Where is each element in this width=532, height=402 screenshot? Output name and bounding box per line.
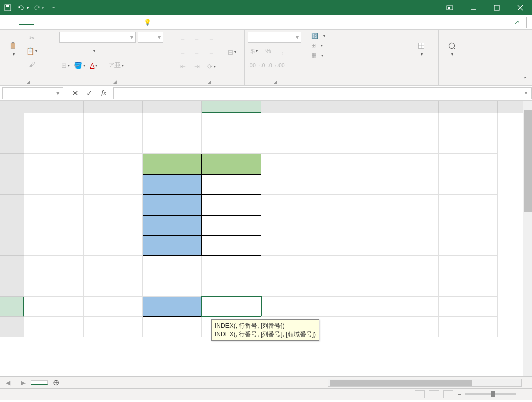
percent-button[interactable]: %	[262, 45, 274, 57]
cell[interactable]	[320, 256, 379, 276]
col-header-F[interactable]	[320, 101, 379, 113]
cell[interactable]	[84, 276, 143, 297]
bold-button[interactable]	[59, 45, 71, 57]
cell[interactable]	[320, 215, 379, 235]
qa-save-icon[interactable]	[0, 0, 15, 15]
maximize-icon[interactable]	[485, 0, 509, 15]
cell[interactable]	[84, 113, 143, 133]
cell[interactable]	[143, 113, 202, 133]
cell[interactable]	[84, 256, 143, 276]
cancel-formula-icon[interactable]: ✕	[68, 87, 82, 99]
vertical-scrollbar[interactable]	[523, 101, 532, 376]
cell[interactable]	[439, 256, 498, 276]
borders-button[interactable]: ⊞▾	[59, 59, 71, 71]
cell[interactable]	[24, 256, 84, 276]
tab-insert[interactable]	[34, 20, 48, 25]
cell[interactable]	[24, 113, 84, 133]
cell[interactable]	[261, 235, 320, 256]
cell[interactable]	[379, 113, 439, 133]
formula-input[interactable]: ▾	[113, 87, 532, 99]
row-header-2[interactable]	[0, 133, 24, 154]
cell[interactable]	[439, 154, 498, 174]
tell-me[interactable]: 💡	[144, 19, 155, 26]
cell[interactable]	[202, 256, 261, 276]
align-top-button[interactable]: ≡	[176, 32, 189, 44]
merge-button[interactable]: ⊟▾	[225, 46, 238, 58]
cell[interactable]	[439, 276, 498, 297]
table-format-button[interactable]: ⊞ ▾	[309, 41, 404, 50]
cell-C7[interactable]	[143, 235, 202, 256]
cell[interactable]	[261, 256, 320, 276]
cell[interactable]	[320, 133, 379, 154]
decrease-indent-button[interactable]: ⇤	[176, 60, 189, 72]
cell[interactable]	[202, 113, 261, 133]
qa-customize-icon[interactable]: ⁼	[46, 0, 61, 15]
cell[interactable]	[379, 256, 439, 276]
conditional-format-button[interactable]: 🔢 ▾	[309, 32, 404, 40]
increase-indent-button[interactable]: ⇥	[191, 60, 203, 72]
cell[interactable]	[320, 174, 379, 195]
horizontal-scrollbar[interactable]	[328, 379, 522, 387]
tab-help[interactable]	[119, 20, 134, 25]
cell[interactable]	[84, 297, 143, 317]
cell[interactable]	[320, 113, 379, 133]
scroll-thumb[interactable]	[524, 110, 532, 212]
cell[interactable]	[439, 317, 498, 337]
tab-formulas[interactable]	[62, 20, 77, 25]
sheet-nav-next-icon[interactable]: ▶	[15, 379, 31, 386]
cell[interactable]	[24, 235, 84, 256]
insert-function-icon[interactable]: fx	[97, 87, 110, 99]
cell[interactable]	[143, 317, 202, 337]
cell[interactable]	[261, 154, 320, 174]
cell[interactable]	[439, 113, 498, 133]
row-header-9[interactable]	[0, 276, 24, 297]
col-header-C[interactable]	[143, 101, 202, 113]
row-header-5[interactable]	[0, 195, 24, 215]
cell[interactable]	[202, 133, 261, 154]
cell-styles-button[interactable]: ▦ ▾	[309, 51, 404, 60]
cell-C6[interactable]	[143, 215, 202, 235]
font-color-button[interactable]: A▾	[88, 59, 100, 71]
tab-page-layout[interactable]	[48, 20, 62, 25]
cell-C10[interactable]	[143, 297, 202, 317]
increase-font-button[interactable]	[108, 45, 120, 57]
row-header-7[interactable]	[0, 235, 24, 256]
qa-undo-icon[interactable]: ▾	[15, 0, 31, 15]
align-left-button[interactable]: ≡	[176, 46, 189, 58]
qa-redo-icon[interactable]: ▾	[31, 0, 46, 15]
zoom-out-icon[interactable]: −	[458, 391, 461, 398]
cell[interactable]	[379, 317, 439, 337]
accounting-format-button[interactable]: $▾	[248, 45, 260, 57]
font-name-combo[interactable]: ▾	[59, 32, 136, 43]
cell[interactable]	[439, 133, 498, 154]
tab-view[interactable]	[105, 20, 119, 25]
share-button[interactable]: ↗	[509, 17, 527, 28]
cell[interactable]	[379, 174, 439, 195]
row-header-11[interactable]	[0, 317, 24, 337]
underline-button[interactable]: ▾	[88, 45, 100, 57]
cell[interactable]	[261, 297, 320, 317]
view-page-icon[interactable]	[429, 390, 439, 398]
increase-decimal-button[interactable]: .00→.0	[248, 59, 265, 71]
minimize-icon[interactable]	[462, 0, 485, 15]
cell[interactable]	[320, 154, 379, 174]
cell[interactable]	[261, 215, 320, 235]
sheet-tab-1[interactable]	[31, 380, 48, 385]
decrease-decimal-button[interactable]: .0→.00	[267, 59, 285, 71]
cell[interactable]	[320, 317, 379, 337]
align-middle-button[interactable]: ≡	[191, 32, 203, 44]
view-normal-icon[interactable]	[415, 390, 425, 398]
cell[interactable]	[24, 276, 84, 297]
cell-D5[interactable]	[202, 195, 261, 215]
row-header-10[interactable]	[0, 297, 24, 317]
cell[interactable]	[143, 133, 202, 154]
enter-formula-icon[interactable]: ✓	[83, 87, 96, 99]
cell[interactable]	[24, 154, 84, 174]
name-box[interactable]: ▾	[2, 87, 63, 99]
col-header-E[interactable]	[261, 101, 320, 113]
cell-D9[interactable]	[202, 276, 261, 297]
cell-D6[interactable]	[202, 215, 261, 235]
align-bottom-button[interactable]: ≡	[205, 32, 217, 44]
row-header-6[interactable]	[0, 215, 24, 235]
cell[interactable]	[261, 195, 320, 215]
